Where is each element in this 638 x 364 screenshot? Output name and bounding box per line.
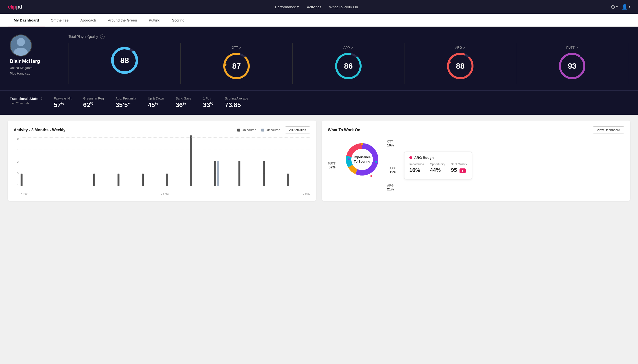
svg-point-26	[370, 175, 372, 177]
bar-group-9	[214, 161, 238, 186]
activity-panel-title: Activity - 3 Months - Weekly	[14, 128, 65, 132]
bar-group-12	[287, 174, 310, 186]
app-gauge: 86	[334, 51, 363, 81]
stat-1-putt: 1 Putt 33%	[203, 96, 213, 109]
stat-scoring-average: Scoring Average 73.85	[225, 96, 248, 109]
bar-group-4	[93, 174, 117, 186]
nav-activities[interactable]: Activities	[307, 5, 321, 9]
shot-quality-badge: ▼	[460, 168, 466, 173]
activity-chart-panel: Activity - 3 Months - Weekly On course O…	[8, 120, 316, 201]
svg-point-24	[361, 143, 363, 145]
shot-quality-metric: Shot Quality 95 ▼	[451, 162, 467, 173]
help-icon[interactable]: ?	[100, 34, 105, 39]
user-dropdown-icon: ▾	[629, 5, 630, 8]
add-dropdown-icon: ▾	[616, 5, 618, 8]
putt-gauge: 93	[557, 51, 587, 81]
ott-label: OTT ↗	[232, 46, 241, 50]
bar-on-4	[93, 174, 95, 186]
what-to-work-on-panel: What To Work On View Dashboard PUTT 57%	[322, 120, 630, 201]
bar-group-5	[118, 174, 141, 186]
app-label: APP ↗	[343, 46, 353, 50]
total-gauge: 88	[110, 46, 139, 75]
all-activities-button[interactable]: All Activities	[285, 126, 310, 134]
bar-on-7	[166, 174, 168, 186]
svg-text:Importance: Importance	[353, 155, 371, 159]
putt-score-value: 93	[568, 62, 576, 71]
chart-bars	[21, 138, 310, 191]
info-card-title: ARG Rough	[409, 156, 467, 160]
donut-section: PUTT 57%	[328, 138, 624, 194]
nav-links: Performance ▾ Activities What To Work On	[275, 5, 358, 9]
stat-app-proximity: App. Proximity 35'5"	[116, 96, 136, 109]
app-score-value: 86	[344, 62, 353, 71]
stats-help-icon[interactable]: ?	[40, 96, 43, 101]
ott-trend-icon: ↗	[239, 46, 241, 50]
player-name: Blair McHarg	[10, 58, 40, 64]
score-cards: 88 OTT ↗	[69, 43, 628, 84]
importance-metric: Importance 16%	[409, 162, 424, 173]
wtwon-title: What To Work On	[328, 128, 360, 132]
bar-on-5	[118, 174, 119, 186]
info-dot-icon	[409, 156, 412, 159]
logo: clippd	[8, 4, 22, 10]
svg-point-13	[448, 61, 451, 64]
svg-point-1	[17, 38, 25, 46]
nav-performance[interactable]: Performance ▾	[275, 5, 299, 9]
plus-icon: ⊕	[611, 4, 615, 10]
off-course-dot	[261, 128, 264, 132]
arg-label: ARG ↗	[455, 46, 465, 50]
view-dashboard-button[interactable]: View Dashboard	[593, 126, 624, 134]
stat-sand-save: Sand Save 36%	[176, 96, 191, 109]
tab-my-dashboard[interactable]: My Dashboard	[8, 14, 45, 26]
activity-chart-area: 4 3 2 1 0	[14, 138, 310, 191]
tab-off-the-tee[interactable]: Off the Tee	[45, 14, 74, 26]
total-score-value: 88	[120, 56, 129, 65]
tabs-bar: My Dashboard Off the Tee Approach Around…	[0, 14, 638, 27]
tab-putting[interactable]: Putting	[143, 14, 166, 26]
svg-point-25	[375, 161, 377, 163]
bar-on-9	[214, 161, 216, 186]
app-trend-icon: ↗	[351, 46, 353, 50]
score-putt: PUTT ↗ 93	[516, 43, 628, 84]
info-card: ARG Rough Importance 16% Opportunity 44%…	[404, 152, 472, 180]
stats-subtitle: Last 20 rounds	[10, 102, 54, 105]
svg-point-27	[348, 158, 350, 160]
tab-scoring[interactable]: Scoring	[166, 14, 190, 26]
nav-what-to-work-on[interactable]: What To Work On	[329, 5, 358, 9]
activity-panel-header: Activity - 3 Months - Weekly On course O…	[14, 126, 310, 134]
stat-up-down: Up & Down 45%	[148, 96, 164, 109]
bar-group-1	[21, 174, 44, 186]
bar-on-10	[239, 161, 241, 186]
bar-group-7	[166, 174, 189, 186]
opportunity-metric: Opportunity 44%	[430, 162, 445, 173]
legend-on-course: On course	[237, 128, 256, 132]
score-arg: ARG ↗ 88	[404, 43, 516, 84]
on-course-dot	[237, 128, 240, 132]
activity-legend: On course Off course	[237, 128, 280, 132]
add-button[interactable]: ⊕ ▾	[611, 4, 618, 10]
bottom-panels: Activity - 3 Months - Weekly On course O…	[0, 115, 638, 207]
chart-y-labels: 4 3 2 1 0	[14, 138, 19, 191]
score-app: APP ↗ 86	[293, 43, 404, 84]
arg-donut-label: ARG 21%	[387, 184, 394, 191]
bar-off-9	[217, 161, 219, 186]
putt-label: PUTT ↗	[566, 46, 578, 50]
wtwon-header: What To Work On View Dashboard	[328, 126, 624, 134]
putt-trend-icon: ↗	[576, 46, 578, 50]
user-icon: 👤	[621, 4, 628, 10]
svg-point-5	[112, 60, 114, 62]
legend-off-course: Off course	[261, 128, 280, 132]
bar-group-10	[239, 161, 262, 186]
tab-around-the-green[interactable]: Around the Green	[102, 14, 143, 26]
player-info: Blair McHarg United Kingdom Plus Handica…	[10, 34, 59, 75]
tab-approach[interactable]: Approach	[74, 14, 102, 26]
stat-greens-in-reg: Greens In Reg 62%	[83, 96, 104, 109]
svg-text:To Scoring: To Scoring	[354, 160, 370, 163]
nav-right: ⊕ ▾ 👤 ▾	[611, 4, 630, 10]
top-navigation: clippd Performance ▾ Activities What To …	[0, 0, 638, 14]
donut-chart-container: PUTT 57%	[328, 138, 396, 194]
player-country: United Kingdom	[10, 66, 33, 70]
chevron-down-icon: ▾	[297, 5, 299, 9]
user-menu-button[interactable]: 👤 ▾	[621, 4, 630, 10]
info-card-metrics: Importance 16% Opportunity 44% Shot Qual…	[409, 162, 467, 173]
